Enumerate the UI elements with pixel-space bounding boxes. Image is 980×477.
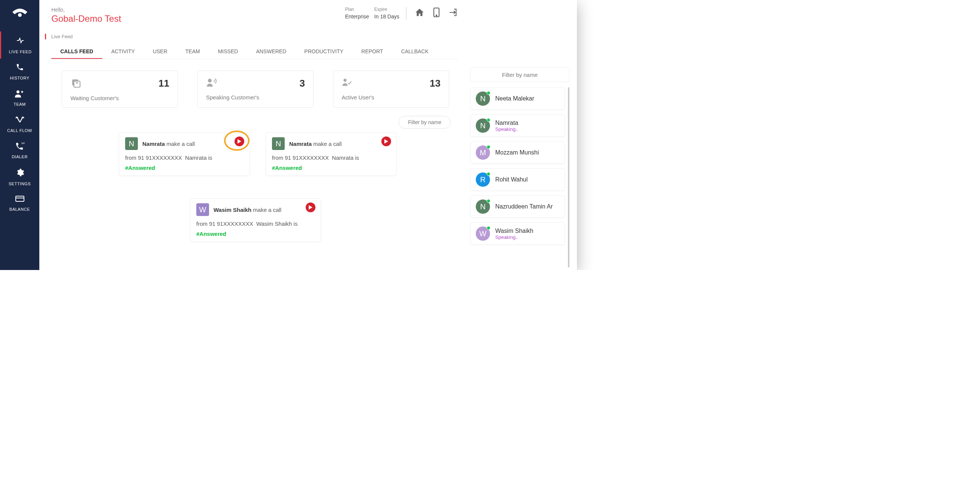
play-button[interactable] [381,137,391,146]
svg-point-10 [344,79,347,82]
feed-line2: from 91 91XXXXXXXX Wasim Shaikh is [196,220,315,227]
user-card[interactable]: W Wasim ShaikhSpeaking.. [470,222,565,245]
presence-dot [487,226,490,230]
user-card[interactable]: M Mozzam Munshi [470,141,565,164]
user-name: Wasim Shaikh [495,228,533,235]
team-icon [15,89,25,100]
user-card[interactable]: R Rohit Wahul [470,168,565,191]
user-card[interactable]: N Neeta Malekar [470,88,565,110]
stat-value: 11 [159,78,169,89]
plan-label: Plan [345,7,369,12]
logout-icon[interactable] [449,8,458,19]
avatar: M [476,145,490,160]
stats-row: 11 Waiting Customer's 3 Speaking Custome… [51,70,458,108]
feed-line2: from 91 91XXXXXXXX Namrata is [125,155,243,161]
feed-line2: from 91 91XXXXXXXX Namrata is [272,155,390,161]
user-card[interactable]: N NamrataSpeaking.. [470,114,565,137]
nav-dialer[interactable]: SIP DIALER [0,137,39,163]
feed-title: Wasim Shaikh make a call [213,207,282,213]
svg-text:SIP: SIP [21,142,25,144]
nav-balance[interactable]: BALANCE [0,190,39,216]
feed-status: #Answered [125,164,243,171]
svg-point-6 [436,15,437,16]
feed-card: N Namrata make a call from 91 91XXXXXXXX… [119,132,250,176]
play-button[interactable] [306,203,315,212]
tab-missed[interactable]: MISSED [209,45,247,59]
nav-call-flow[interactable]: CALL FLOW [0,111,39,137]
nav-label: CALL FLOW [7,128,32,133]
main: Hello, Gobal-Demo Test Plan Enterprise E… [39,0,470,270]
stat-waiting: 11 Waiting Customer's [62,70,178,108]
nav-settings[interactable]: SETTINGS [0,163,39,190]
nav-label: LIVE FEED [9,49,32,54]
sidebar: LIVE FEED HISTORY TEAM CALL FLOW SIP DIA… [0,0,39,270]
feed-status: #Answered [272,164,390,171]
queue-icon [70,83,81,89]
feed: N Namrata make a call from 91 91XXXXXXXX… [51,132,458,264]
nav-label: DIALER [12,155,28,159]
phone-icon [16,63,24,73]
svg-point-0 [18,13,22,17]
avatar: N [476,118,490,133]
presence-dot [487,172,490,176]
svg-point-1 [16,90,19,93]
svg-point-9 [208,79,212,83]
nav-label: TEAM [13,102,26,107]
feed-card: N Namrata make a call from 91 91XXXXXXXX… [266,132,397,176]
user-name: Nazruddeen Tamin Ar [495,203,553,210]
feed-title: Namrata make a call [142,140,195,147]
user-name: Neeta Malekar [495,95,534,102]
header: Hello, Gobal-Demo Test Plan Enterprise E… [51,7,458,24]
user-name: Rohit Wahul [495,176,528,183]
greeting: Hello, Gobal-Demo Test [51,7,121,24]
expire-label: Expire [374,7,399,12]
stat-label: Speaking Customer's [206,94,305,101]
avatar: N [476,199,490,214]
app-logo [11,7,29,20]
speaking-icon [206,82,217,88]
user-list: N Neeta Malekar N NamrataSpeaking.. M Mo… [470,88,570,267]
avatar: W [476,227,490,241]
presence-dot [487,118,490,122]
svg-rect-3 [16,196,24,201]
presence-dot [487,145,490,149]
user-panel: Filter by name N Neeta Malekar N Namrata… [470,0,577,270]
nav-label: HISTORY [10,76,30,80]
stat-value: 13 [430,78,441,89]
nav-history[interactable]: HISTORY [0,59,39,85]
feed-title: Namrata make a call [289,140,342,147]
greeting-name: Gobal-Demo Test [51,13,121,24]
tab-team[interactable]: TEAM [177,45,209,59]
stat-value: 3 [300,78,305,89]
tab-answered[interactable]: ANSWERED [247,45,295,59]
stat-label: Active User's [342,94,441,101]
user-filter-input[interactable]: Filter by name [470,67,570,82]
nav-live-feed[interactable]: LIVE FEED [0,32,39,59]
tab-callback[interactable]: CALLBACK [392,45,438,59]
user-name: Mozzam Munshi [495,149,539,156]
user-card[interactable]: N Nazruddeen Tamin Ar [470,195,565,218]
presence-dot [487,199,490,203]
tab-productivity[interactable]: PRODUCTIVITY [295,45,352,59]
user-name: Namrata [495,120,518,126]
gear-icon [15,168,24,179]
nav-label: BALANCE [10,207,30,212]
play-button[interactable] [234,137,244,146]
nav-label: SETTINGS [9,182,31,186]
filter-by-name-button[interactable]: Filter by name [399,116,451,129]
feed-status: #Answered [196,231,315,237]
tab-activity[interactable]: ACTIVITY [102,45,144,59]
tab-report[interactable]: REPORT [353,45,392,59]
mobile-icon[interactable] [433,7,440,19]
greeting-hello: Hello, [51,7,121,13]
dialer-icon: SIP [15,142,25,152]
stat-active: 13 Active User's [333,70,449,108]
activity-icon [16,36,25,47]
avatar: N [125,137,138,150]
nav-team[interactable]: TEAM [0,85,39,111]
tab-calls-feed[interactable]: CALLS FEED [51,45,102,59]
flow-icon [15,115,24,126]
home-icon[interactable] [415,8,425,19]
section-title: Live Feed [45,34,458,39]
tab-user[interactable]: USER [144,45,177,59]
